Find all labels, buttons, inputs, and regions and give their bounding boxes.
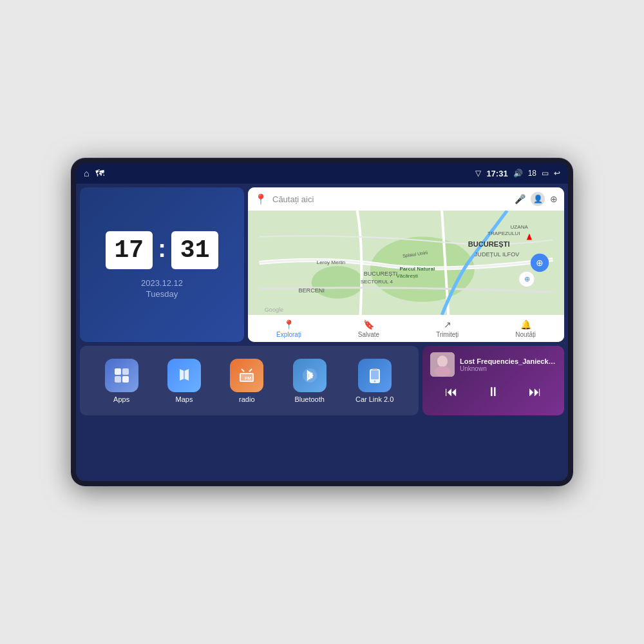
app-item-carlink[interactable]: Car Link 2.0 — [355, 359, 393, 403]
apps-icon — [105, 359, 138, 392]
svg-point-2 — [312, 266, 364, 299]
device-screen: ⌂ 🗺 ▽ 17:31 🔊 18 ▭ ↩ 17 : — [76, 163, 568, 481]
bluetooth-label: Bluetooth — [294, 395, 324, 403]
svg-point-33 — [374, 380, 375, 382]
clock-minutes: 31 — [171, 231, 219, 269]
svg-rect-32 — [371, 370, 379, 379]
music-info: Lost Frequencies_Janieck Devy-... Unknow… — [430, 352, 556, 377]
status-time: 17:31 — [486, 169, 507, 178]
carlink-icon-svg — [366, 366, 384, 384]
map-tab-salvate[interactable]: 🔖 Salvate — [358, 319, 379, 338]
svg-point-36 — [437, 355, 448, 367]
svg-rect-34 — [372, 368, 377, 370]
map-svg: BUCUREȘTI JUDEȚUL ILFOV BUCUREȘTI SECTOR… — [248, 211, 564, 315]
svg-text:FM: FM — [245, 376, 251, 381]
map-tab-explorati[interactable]: 📍 Explorați — [276, 319, 301, 338]
svg-text:SECTORUL 4: SECTORUL 4 — [361, 279, 393, 285]
map-search-right: 🎤 👤 ⊕ — [515, 192, 558, 206]
volume-level: 18 — [528, 169, 536, 178]
apps-label: Apps — [113, 395, 129, 403]
svg-rect-23 — [122, 376, 129, 383]
clock-hours: 17 — [106, 231, 153, 269]
battery-icon: ▭ — [542, 169, 549, 178]
map-search-input[interactable]: Căutați aici — [272, 194, 509, 204]
carlink-label: Car Link 2.0 — [355, 395, 393, 403]
svg-text:BUCUREȘTI: BUCUREȘTI — [364, 270, 398, 277]
more-icon[interactable]: ⊕ — [550, 194, 558, 204]
bluetooth-icon-svg — [301, 366, 319, 384]
carlink-icon — [358, 359, 392, 392]
map-area[interactable]: BUCUREȘTI JUDEȚUL ILFOV BUCUREȘTI SECTOR… — [248, 211, 564, 315]
svg-text:UZANA: UZANA — [511, 224, 529, 230]
mic-icon[interactable]: 🎤 — [515, 194, 526, 204]
clock-display: 17 : 31 — [106, 231, 219, 269]
bluetooth-icon — [293, 359, 327, 392]
main-content: 17 : 31 2023.12.12 Tuesday 📍 Căutați aic… — [76, 184, 568, 481]
svg-text:BERCENI: BERCENI — [298, 287, 325, 294]
svg-text:⊕: ⊕ — [536, 258, 544, 268]
map-tab-trimiteti-label: Trimiteți — [436, 331, 459, 338]
maps-label: Maps — [176, 395, 193, 403]
svg-text:BUCUREȘTI: BUCUREȘTI — [468, 240, 510, 248]
top-section: 17 : 31 2023.12.12 Tuesday 📍 Căutați aic… — [80, 187, 564, 342]
svg-text:Parcul Natural: Parcul Natural — [399, 266, 435, 272]
svg-text:Google: Google — [265, 307, 283, 313]
apps-row: Apps Maps — [80, 346, 419, 415]
map-tab-noutati[interactable]: 🔔 Noutăți — [515, 319, 536, 338]
status-right: ▽ 17:31 🔊 18 ▭ ↩ — [475, 169, 560, 178]
app-item-maps[interactable]: Maps — [167, 359, 201, 403]
svg-line-28 — [242, 369, 244, 372]
maps-icon — [167, 359, 201, 392]
clock-widget: 17 : 31 2023.12.12 Tuesday — [80, 187, 244, 342]
status-left: ⌂ 🗺 — [84, 168, 104, 178]
prev-button[interactable]: ⏮ — [440, 383, 463, 401]
map-search-bar[interactable]: 📍 Căutați aici 🎤 👤 ⊕ — [248, 187, 564, 211]
clock-day: Tuesday — [146, 289, 178, 299]
svg-point-37 — [435, 366, 450, 377]
maps-icon-svg — [175, 366, 193, 384]
back-icon[interactable]: ↩ — [554, 169, 560, 178]
svg-text:JUDEȚUL ILFOV: JUDEȚUL ILFOV — [475, 251, 520, 258]
apps-icon-svg — [113, 366, 131, 384]
svg-text:TRAPEZULUI: TRAPEZULUI — [488, 231, 520, 236]
music-thumbnail — [430, 352, 455, 377]
home-icon[interactable]: ⌂ — [84, 168, 89, 178]
svg-line-29 — [249, 369, 252, 372]
music-controls: ⏮ ⏸ ⏭ — [430, 383, 556, 401]
app-item-apps[interactable]: Apps — [105, 359, 138, 403]
map-bottom-bar: 📍 Explorați 🔖 Salvate ↗ Trimiteți 🔔 — [248, 315, 564, 342]
music-widget: Lost Frequencies_Janieck Devy-... Unknow… — [422, 346, 564, 415]
album-art — [430, 352, 455, 377]
signal-icon: ▽ — [475, 169, 481, 178]
map-tab-noutati-label: Noutăți — [515, 331, 536, 338]
radio-icon: FM — [230, 359, 263, 392]
svg-rect-20 — [115, 368, 121, 375]
svg-text:Leroy Merlin: Leroy Merlin — [317, 260, 346, 265]
maps-status-icon[interactable]: 🗺 — [95, 168, 104, 178]
map-widget: 📍 Căutați aici 🎤 👤 ⊕ — [248, 187, 564, 342]
map-tab-salvate-label: Salvate — [358, 331, 379, 338]
svg-rect-21 — [122, 368, 129, 375]
device-frame: ⌂ 🗺 ▽ 17:31 🔊 18 ▭ ↩ 17 : — [71, 158, 573, 486]
explore-icon: 📍 — [283, 319, 294, 330]
clock-colon: : — [158, 235, 166, 263]
radio-icon-svg: FM — [238, 366, 256, 384]
music-title: Lost Frequencies_Janieck Devy-... — [460, 357, 556, 365]
svg-rect-22 — [115, 376, 121, 383]
bottom-section: Apps Maps — [80, 346, 564, 415]
volume-icon: 🔊 — [513, 169, 523, 178]
radio-label: radio — [239, 395, 254, 403]
app-item-radio[interactable]: FM radio — [230, 359, 263, 403]
news-icon: 🔔 — [520, 319, 531, 330]
svg-text:⊕: ⊕ — [524, 275, 530, 283]
app-item-bluetooth[interactable]: Bluetooth — [293, 359, 327, 403]
next-button[interactable]: ⏭ — [524, 383, 547, 401]
music-text: Lost Frequencies_Janieck Devy-... Unknow… — [460, 357, 556, 372]
status-bar: ⌂ 🗺 ▽ 17:31 🔊 18 ▭ ↩ — [76, 163, 568, 184]
account-icon[interactable]: 👤 — [531, 192, 545, 206]
music-artist: Unknown — [460, 365, 556, 372]
share-icon: ↗ — [444, 319, 451, 330]
clock-date: 2023.12.12 — [141, 278, 183, 288]
play-pause-button[interactable]: ⏸ — [482, 383, 505, 401]
map-tab-trimiteti[interactable]: ↗ Trimiteți — [436, 319, 459, 338]
